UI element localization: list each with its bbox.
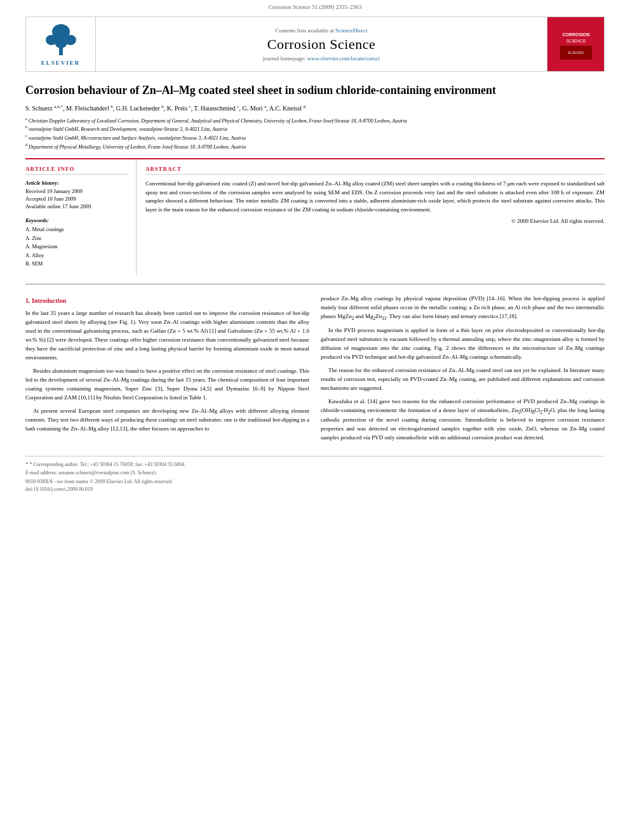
footer-doi: doi:10.1016/j.corsci.2009.06.019 bbox=[25, 486, 605, 492]
body-para-4: produce Zn–Mg alloy coatings by physical… bbox=[321, 295, 605, 322]
copyright-text: © 2009 Elsevier Ltd. All rights reserved… bbox=[145, 218, 605, 224]
abstract-text: Conventional hot-dip galvanised zinc coa… bbox=[145, 180, 605, 214]
body-content: 1. Introduction In the last 35 years a l… bbox=[25, 295, 605, 447]
footnote-corresponding: * * Corresponding author. Tel.: +43 5030… bbox=[25, 460, 605, 469]
page: Corrosion Science 51 (2009) 2355–2363 EL… bbox=[0, 0, 630, 840]
section-divider bbox=[25, 284, 605, 284]
article-title: Corrosion behaviour of Zn–Al–Mg coated s… bbox=[25, 83, 605, 98]
journal-title-area: Contents lists available at ScienceDirec… bbox=[96, 17, 547, 71]
available-date: Available online 17 June 2009 bbox=[25, 203, 128, 211]
svg-text:SCIENCE: SCIENCE bbox=[566, 39, 586, 43]
elsevier-logo-area: ELSEVIER bbox=[26, 17, 96, 71]
homepage-url[interactable]: www.elsevier.com/locate/corsci bbox=[307, 55, 380, 62]
article-info-abstract: ARTICLE INFO Article history: Received 1… bbox=[25, 158, 605, 275]
svg-text:CORROSION: CORROSION bbox=[562, 32, 589, 37]
accepted-date: Accepted 10 June 2009 bbox=[25, 196, 128, 203]
body-para-7: Kawafuku et al. [14] gave two reasons fo… bbox=[321, 397, 605, 443]
journal-ref-text: Corrosion Science 51 (2009) 2355–2363 bbox=[269, 4, 361, 10]
elsevier-tree-icon bbox=[45, 22, 77, 57]
svg-rect-0 bbox=[59, 48, 63, 55]
keywords-label: Keywords: bbox=[25, 217, 128, 223]
body-para-2: Besides aluminium magnesium too was foun… bbox=[25, 367, 309, 403]
article-section: Corrosion behaviour of Zn–Al–Mg coated s… bbox=[25, 83, 605, 275]
received-date: Received 19 January 2009 bbox=[25, 188, 128, 196]
body-left-column: 1. Introduction In the last 35 years a l… bbox=[25, 295, 309, 447]
history-label: Article history: bbox=[25, 180, 128, 186]
journal-header: ELSEVIER Contents lists available at Sci… bbox=[25, 17, 605, 72]
article-authors: S. Schuerz a,b,*, M. Fleischanderl b, G.… bbox=[25, 104, 605, 112]
body-para-6: The reason for the enhanced corrosion re… bbox=[321, 366, 605, 393]
abstract-column: ABSTRACT Conventional hot-dip galvanised… bbox=[137, 159, 605, 275]
body-para-3: At present several European steel compan… bbox=[25, 407, 309, 434]
section1-title: 1. Introduction bbox=[25, 296, 309, 306]
contents-available-line: Contents lists available at ScienceDirec… bbox=[276, 27, 368, 34]
body-right-column: produce Zn–Mg alloy coatings by physical… bbox=[321, 295, 605, 447]
body-para-5: In the PVD process magnesium is applied … bbox=[321, 326, 605, 362]
footnote-email: E-mail address: susanne.schuerz@voestalp… bbox=[25, 469, 605, 477]
affiliations: a Christian Doppler Laboratory of Locali… bbox=[25, 116, 605, 151]
elsevier-text: ELSEVIER bbox=[41, 60, 81, 66]
svg-point-4 bbox=[55, 37, 67, 48]
journal-title: Corrosion Science bbox=[267, 36, 375, 53]
svg-text:ELSEVIER: ELSEVIER bbox=[568, 51, 584, 55]
footer: * * Corresponding author. Tel.: +43 5030… bbox=[25, 456, 605, 492]
footer-issn: 0010-938X/$ - see front matter © 2009 El… bbox=[25, 479, 605, 484]
article-info-heading: ARTICLE INFO bbox=[25, 166, 128, 175]
article-info-column: ARTICLE INFO Article history: Received 1… bbox=[25, 159, 137, 275]
journal-reference: Corrosion Science 51 (2009) 2355–2363 bbox=[0, 0, 630, 13]
keywords-list: A. Metal coatings A. Zinc A. Magnesium A… bbox=[25, 225, 128, 269]
abstract-heading: ABSTRACT bbox=[145, 166, 605, 175]
sciencedirect-link[interactable]: ScienceDirect bbox=[335, 27, 367, 34]
journal-badge-area: CORROSION SCIENCE ELSEVIER bbox=[547, 17, 604, 71]
body-para-1: In the last 35 years a large number of r… bbox=[25, 309, 309, 363]
journal-homepage: journal homepage: www.elsevier.com/locat… bbox=[263, 55, 380, 62]
badge-icon: CORROSION SCIENCE ELSEVIER bbox=[557, 25, 595, 63]
